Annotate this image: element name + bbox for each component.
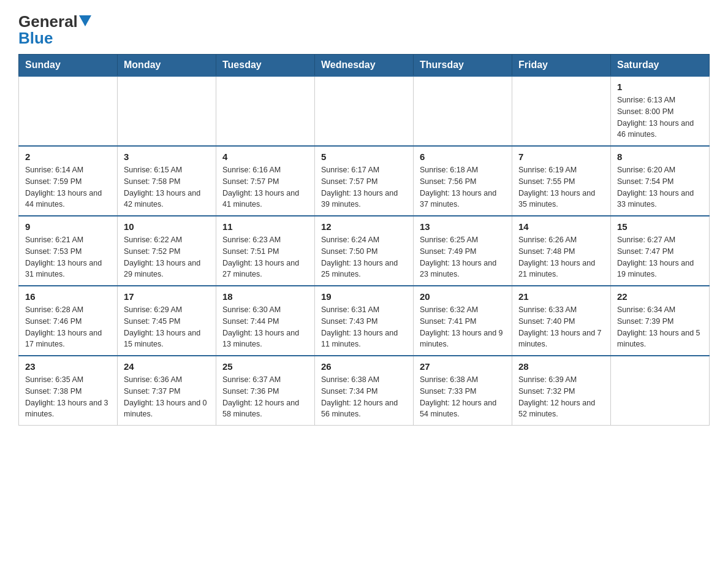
calendar-cell: 25Sunrise: 6:37 AM Sunset: 7:36 PM Dayli… — [216, 356, 315, 426]
day-info: Sunrise: 6:32 AM Sunset: 7:41 PM Dayligh… — [420, 304, 506, 350]
day-number: 8 — [617, 151, 703, 162]
logo: General Blue — [18, 12, 91, 48]
calendar-cell: 8Sunrise: 6:20 AM Sunset: 7:54 PM Daylig… — [611, 146, 710, 216]
day-number: 22 — [617, 291, 703, 302]
calendar-cell: 26Sunrise: 6:38 AM Sunset: 7:34 PM Dayli… — [315, 356, 414, 426]
calendar-cell: 20Sunrise: 6:32 AM Sunset: 7:41 PM Dayli… — [414, 286, 512, 356]
calendar-cell: 13Sunrise: 6:25 AM Sunset: 7:49 PM Dayli… — [414, 216, 512, 286]
day-info: Sunrise: 6:22 AM Sunset: 7:52 PM Dayligh… — [124, 234, 210, 280]
day-number: 11 — [222, 221, 308, 232]
day-info: Sunrise: 6:19 AM Sunset: 7:55 PM Dayligh… — [518, 164, 604, 210]
day-info: Sunrise: 6:18 AM Sunset: 7:56 PM Dayligh… — [420, 164, 506, 210]
calendar-cell: 23Sunrise: 6:35 AM Sunset: 7:38 PM Dayli… — [19, 356, 118, 426]
calendar-week-1: 1Sunrise: 6:13 AM Sunset: 8:00 PM Daylig… — [19, 76, 710, 146]
day-info: Sunrise: 6:36 AM Sunset: 7:37 PM Dayligh… — [124, 374, 210, 420]
day-number: 14 — [518, 221, 604, 232]
calendar-week-2: 2Sunrise: 6:14 AM Sunset: 7:59 PM Daylig… — [19, 146, 710, 216]
day-number: 28 — [518, 361, 604, 372]
day-number: 15 — [617, 221, 703, 232]
calendar-cell — [19, 76, 118, 146]
calendar-table: SundayMondayTuesdayWednesdayThursdayFrid… — [18, 54, 710, 426]
day-number: 5 — [321, 151, 407, 162]
day-info: Sunrise: 6:33 AM Sunset: 7:40 PM Dayligh… — [518, 304, 604, 350]
calendar-cell: 6Sunrise: 6:18 AM Sunset: 7:56 PM Daylig… — [414, 146, 512, 216]
day-number: 23 — [25, 361, 111, 372]
day-info: Sunrise: 6:21 AM Sunset: 7:53 PM Dayligh… — [25, 234, 111, 280]
calendar-cell — [512, 76, 611, 146]
day-info: Sunrise: 6:13 AM Sunset: 8:00 PM Dayligh… — [617, 94, 703, 140]
day-number: 2 — [25, 151, 111, 162]
day-number: 4 — [222, 151, 308, 162]
day-info: Sunrise: 6:28 AM Sunset: 7:46 PM Dayligh… — [25, 304, 111, 350]
calendar-cell: 27Sunrise: 6:38 AM Sunset: 7:33 PM Dayli… — [414, 356, 512, 426]
day-number: 9 — [25, 221, 111, 232]
day-info: Sunrise: 6:38 AM Sunset: 7:34 PM Dayligh… — [321, 374, 407, 420]
day-number: 12 — [321, 221, 407, 232]
day-number: 1 — [617, 82, 703, 92]
day-number: 20 — [420, 291, 506, 302]
day-number: 25 — [222, 361, 308, 372]
day-info: Sunrise: 6:39 AM Sunset: 7:32 PM Dayligh… — [518, 374, 604, 420]
calendar-cell: 15Sunrise: 6:27 AM Sunset: 7:47 PM Dayli… — [611, 216, 710, 286]
day-number: 6 — [420, 151, 506, 162]
page-header: General Blue — [18, 12, 710, 48]
day-number: 10 — [124, 221, 210, 232]
day-number: 24 — [124, 361, 210, 372]
weekday-header-saturday: Saturday — [611, 55, 710, 77]
calendar-cell: 18Sunrise: 6:30 AM Sunset: 7:44 PM Dayli… — [216, 286, 315, 356]
day-number: 27 — [420, 361, 506, 372]
day-info: Sunrise: 6:30 AM Sunset: 7:44 PM Dayligh… — [222, 304, 308, 350]
calendar-week-5: 23Sunrise: 6:35 AM Sunset: 7:38 PM Dayli… — [19, 356, 710, 426]
logo-arrow-icon — [79, 15, 91, 29]
calendar-cell: 7Sunrise: 6:19 AM Sunset: 7:55 PM Daylig… — [512, 146, 611, 216]
day-number: 17 — [124, 291, 210, 302]
day-info: Sunrise: 6:23 AM Sunset: 7:51 PM Dayligh… — [222, 234, 308, 280]
day-info: Sunrise: 6:24 AM Sunset: 7:50 PM Dayligh… — [321, 234, 407, 280]
calendar-cell: 19Sunrise: 6:31 AM Sunset: 7:43 PM Dayli… — [315, 286, 414, 356]
logo-blue-text: Blue — [18, 29, 53, 48]
calendar-week-3: 9Sunrise: 6:21 AM Sunset: 7:53 PM Daylig… — [19, 216, 710, 286]
calendar-cell — [611, 356, 710, 426]
calendar-cell — [118, 76, 216, 146]
day-number: 26 — [321, 361, 407, 372]
weekday-header-thursday: Thursday — [414, 55, 512, 77]
day-info: Sunrise: 6:15 AM Sunset: 7:58 PM Dayligh… — [124, 164, 210, 210]
calendar-cell — [315, 76, 414, 146]
calendar-cell: 21Sunrise: 6:33 AM Sunset: 7:40 PM Dayli… — [512, 286, 611, 356]
calendar-cell: 9Sunrise: 6:21 AM Sunset: 7:53 PM Daylig… — [19, 216, 118, 286]
calendar-cell: 10Sunrise: 6:22 AM Sunset: 7:52 PM Dayli… — [118, 216, 216, 286]
calendar-cell — [414, 76, 512, 146]
day-info: Sunrise: 6:34 AM Sunset: 7:39 PM Dayligh… — [617, 304, 703, 350]
day-info: Sunrise: 6:17 AM Sunset: 7:57 PM Dayligh… — [321, 164, 407, 210]
calendar-cell — [216, 76, 315, 146]
day-info: Sunrise: 6:20 AM Sunset: 7:54 PM Dayligh… — [617, 164, 703, 210]
calendar-header-row: SundayMondayTuesdayWednesdayThursdayFrid… — [19, 55, 710, 77]
svg-marker-0 — [79, 15, 91, 26]
day-number: 18 — [222, 291, 308, 302]
day-number: 21 — [518, 291, 604, 302]
day-info: Sunrise: 6:16 AM Sunset: 7:57 PM Dayligh… — [222, 164, 308, 210]
day-info: Sunrise: 6:25 AM Sunset: 7:49 PM Dayligh… — [420, 234, 506, 280]
weekday-header-monday: Monday — [118, 55, 216, 77]
day-info: Sunrise: 6:38 AM Sunset: 7:33 PM Dayligh… — [420, 374, 506, 420]
weekday-header-friday: Friday — [512, 55, 611, 77]
day-info: Sunrise: 6:29 AM Sunset: 7:45 PM Dayligh… — [124, 304, 210, 350]
day-number: 3 — [124, 151, 210, 162]
calendar-cell: 1Sunrise: 6:13 AM Sunset: 8:00 PM Daylig… — [611, 76, 710, 146]
weekday-header-sunday: Sunday — [19, 55, 118, 77]
calendar-cell: 12Sunrise: 6:24 AM Sunset: 7:50 PM Dayli… — [315, 216, 414, 286]
calendar-cell: 14Sunrise: 6:26 AM Sunset: 7:48 PM Dayli… — [512, 216, 611, 286]
day-info: Sunrise: 6:31 AM Sunset: 7:43 PM Dayligh… — [321, 304, 407, 350]
day-info: Sunrise: 6:26 AM Sunset: 7:48 PM Dayligh… — [518, 234, 604, 280]
calendar-cell: 16Sunrise: 6:28 AM Sunset: 7:46 PM Dayli… — [19, 286, 118, 356]
calendar-cell: 28Sunrise: 6:39 AM Sunset: 7:32 PM Dayli… — [512, 356, 611, 426]
day-info: Sunrise: 6:37 AM Sunset: 7:36 PM Dayligh… — [222, 374, 308, 420]
weekday-header-tuesday: Tuesday — [216, 55, 315, 77]
calendar-cell: 4Sunrise: 6:16 AM Sunset: 7:57 PM Daylig… — [216, 146, 315, 216]
calendar-cell: 17Sunrise: 6:29 AM Sunset: 7:45 PM Dayli… — [118, 286, 216, 356]
day-number: 19 — [321, 291, 407, 302]
calendar-cell: 24Sunrise: 6:36 AM Sunset: 7:37 PM Dayli… — [118, 356, 216, 426]
calendar-week-4: 16Sunrise: 6:28 AM Sunset: 7:46 PM Dayli… — [19, 286, 710, 356]
day-info: Sunrise: 6:35 AM Sunset: 7:38 PM Dayligh… — [25, 374, 111, 420]
day-number: 13 — [420, 221, 506, 232]
